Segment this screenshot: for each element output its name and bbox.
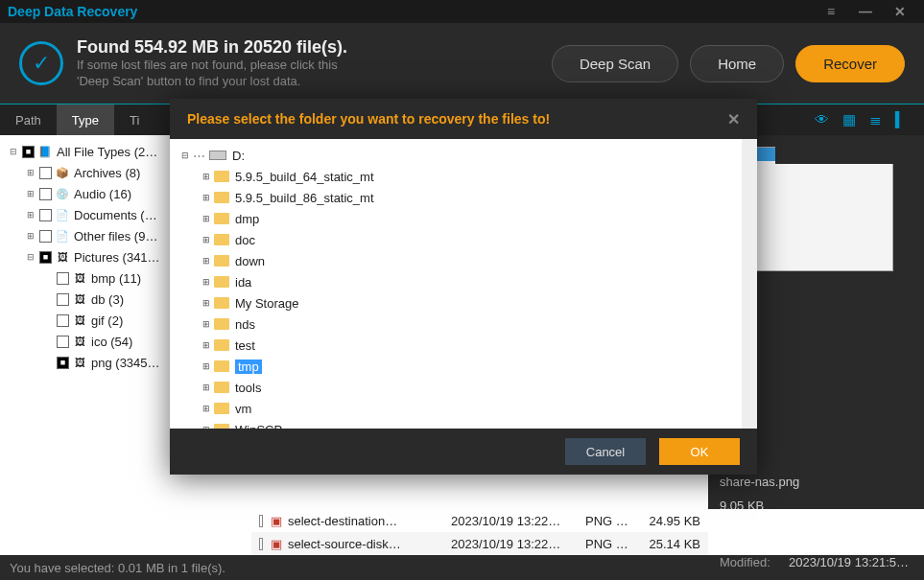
ok-button[interactable]: OK bbox=[659, 438, 740, 465]
folder-row[interactable]: ⊞doc bbox=[174, 229, 738, 250]
file-name: select-destination… bbox=[288, 514, 451, 528]
file-icon: ▣ bbox=[271, 537, 282, 551]
expand-icon[interactable]: ⊞ bbox=[201, 298, 212, 308]
checkbox[interactable]: ■ bbox=[39, 251, 52, 264]
checkbox[interactable] bbox=[39, 188, 52, 200]
table-row[interactable]: ▣select-source-disk…2023/10/19 13:22…PNG… bbox=[251, 532, 708, 555]
drive-icon bbox=[209, 151, 226, 160]
expand-icon[interactable]: ⊞ bbox=[201, 193, 212, 202]
checkbox[interactable] bbox=[259, 515, 263, 527]
expand-icon[interactable]: ⊞ bbox=[201, 404, 212, 413]
checkbox[interactable]: ■ bbox=[22, 146, 35, 158]
expand-icon[interactable]: ⊟ bbox=[25, 252, 36, 262]
checkbox[interactable] bbox=[39, 209, 52, 221]
found-sub1: If some lost files are not found, please… bbox=[77, 58, 552, 74]
folder-row[interactable]: ⊞tools bbox=[174, 377, 738, 398]
checkbox[interactable] bbox=[57, 314, 69, 327]
folder-label: tmp bbox=[235, 360, 262, 374]
folder-label: test bbox=[235, 338, 255, 353]
list-icon[interactable]: ≣ bbox=[869, 111, 882, 128]
expand-icon[interactable]: ⊟ bbox=[8, 147, 19, 156]
folder-row[interactable]: ⊞down bbox=[174, 250, 738, 271]
folder-icon bbox=[214, 360, 229, 372]
file-date: 2023/10/19 13:22… bbox=[451, 537, 585, 551]
folder-row[interactable]: ⊞vm bbox=[174, 398, 738, 419]
folder-icon bbox=[214, 213, 229, 224]
modal-close-icon[interactable]: ✕ bbox=[727, 110, 740, 128]
drive-row[interactable]: ⊟⋯D: bbox=[174, 145, 738, 166]
folder-row[interactable]: ⊞ida bbox=[174, 271, 738, 292]
folder-icon bbox=[214, 192, 229, 203]
expand-icon[interactable]: ⊞ bbox=[201, 172, 212, 181]
expand-icon[interactable]: ⊞ bbox=[25, 231, 36, 241]
recover-button[interactable]: Recover bbox=[795, 45, 905, 82]
folder-icon bbox=[214, 276, 229, 288]
table-row[interactable]: ▣select-destination…2023/10/19 13:22…PNG… bbox=[251, 509, 708, 532]
detail-modified-value: 2023/10/19 13:21:5… bbox=[789, 555, 909, 569]
search-input[interactable] bbox=[789, 143, 924, 157]
folder-row[interactable]: ⊞My Storage bbox=[174, 292, 738, 313]
folder-label: tools bbox=[235, 381, 261, 395]
file-size: 24.95 KB bbox=[633, 514, 700, 528]
sidebar-item-label: bmp (11) bbox=[91, 271, 141, 286]
folder-row[interactable]: ⊞dmp bbox=[174, 208, 738, 229]
tab-path[interactable]: Path bbox=[0, 104, 57, 135]
expand-icon[interactable]: ⊞ bbox=[25, 168, 36, 177]
expand-icon[interactable]: ⊞ bbox=[201, 214, 212, 223]
sidebar-item-label: Documents (… bbox=[74, 208, 157, 222]
checkbox[interactable] bbox=[39, 167, 52, 179]
detail-icon[interactable]: ▍ bbox=[895, 111, 907, 128]
grid-icon[interactable]: ▦ bbox=[842, 111, 856, 128]
expand-icon[interactable]: ⊞ bbox=[201, 277, 212, 287]
window-controls: ≡ — ✕ bbox=[822, 3, 916, 20]
folder-row[interactable]: ⊞5.9.5_build_86_static_mt bbox=[174, 187, 738, 208]
expand-icon[interactable]: ⊞ bbox=[201, 340, 212, 350]
type-icon: 📄 bbox=[55, 229, 70, 243]
file-icon: ▣ bbox=[271, 514, 282, 528]
home-button[interactable]: Home bbox=[690, 45, 784, 82]
search-area: 🔍 bbox=[775, 135, 924, 164]
expand-icon[interactable]: ⊞ bbox=[201, 361, 212, 371]
folder-row[interactable]: ⊞test bbox=[174, 335, 738, 356]
checkbox[interactable] bbox=[57, 293, 69, 306]
checkbox[interactable] bbox=[259, 538, 263, 550]
expand-icon[interactable]: ⊞ bbox=[201, 425, 212, 429]
tab-ti[interactable]: Ti bbox=[114, 104, 154, 135]
type-icon: 🖼 bbox=[55, 250, 70, 264]
expand-icon[interactable]: ⊞ bbox=[25, 210, 36, 220]
expand-icon[interactable]: ⊞ bbox=[201, 383, 212, 392]
checkbox[interactable] bbox=[57, 336, 69, 348]
folder-icon bbox=[214, 318, 229, 330]
checkbox[interactable]: ■ bbox=[57, 357, 69, 369]
menu-icon[interactable]: ≡ bbox=[822, 3, 840, 20]
cancel-button[interactable]: Cancel bbox=[565, 438, 646, 465]
app-title: Deep Data Recovery bbox=[8, 4, 137, 19]
folder-row[interactable]: ⊞tmp bbox=[174, 356, 738, 377]
minimize-icon[interactable]: — bbox=[857, 3, 874, 20]
expand-icon[interactable]: ⊞ bbox=[201, 256, 212, 266]
file-table: ▣select-destination…2023/10/19 13:22…PNG… bbox=[251, 509, 708, 555]
tab-type[interactable]: Type bbox=[57, 104, 114, 135]
expand-icon[interactable]: ⊟ bbox=[179, 151, 191, 160]
expand-icon[interactable]: ⊞ bbox=[201, 235, 212, 244]
preview-thumb: Open ✕ bbox=[740, 147, 893, 271]
folder-row[interactable]: ⊞WinSCP bbox=[174, 419, 738, 429]
folder-label: WinSCP bbox=[235, 423, 282, 429]
type-icon: 📘 bbox=[37, 145, 53, 158]
deep-scan-button[interactable]: Deep Scan bbox=[552, 45, 678, 82]
expand-icon[interactable]: ⊞ bbox=[25, 189, 36, 198]
close-icon[interactable]: ✕ bbox=[891, 3, 909, 20]
folder-icon bbox=[214, 171, 229, 182]
folder-label: ida bbox=[235, 275, 251, 290]
folder-row[interactable]: ⊞nds bbox=[174, 313, 738, 335]
folder-row[interactable]: ⊞5.9.5_build_64_static_mt bbox=[174, 166, 738, 187]
folder-label: doc bbox=[235, 233, 255, 247]
sidebar-item-label: Audio (16) bbox=[74, 187, 131, 201]
folder-label: nds bbox=[235, 317, 255, 332]
expand-icon[interactable]: ⊞ bbox=[201, 319, 212, 329]
checkbox[interactable] bbox=[39, 230, 52, 243]
folder-label: down bbox=[235, 254, 265, 268]
folder-label: 5.9.5_build_86_static_mt bbox=[235, 191, 374, 205]
checkbox[interactable] bbox=[57, 272, 69, 285]
eye-icon[interactable]: 👁 bbox=[815, 111, 829, 128]
